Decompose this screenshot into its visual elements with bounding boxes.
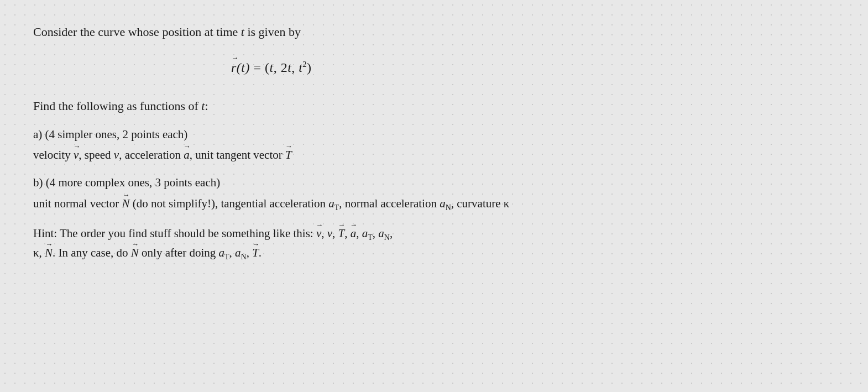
part-a-content: velocity v→, speed v, acceleration a→, u…: [33, 146, 509, 165]
hint-paragraph: Hint: The order you find stuff should be…: [33, 224, 509, 262]
part-a-label: a) (4 simpler ones, 2 points each): [33, 126, 509, 144]
find-prompt: Find the following as functions of t:: [33, 96, 509, 116]
main-content: Consider the curve whose position at tim…: [33, 22, 509, 262]
part-b-label: b) (4 more complex ones, 3 points each): [33, 174, 509, 192]
part-b-content: unit normal vector N→ (do not simplify!)…: [33, 195, 509, 213]
formula-display: r→(t) = (t, 2t, t2): [33, 57, 509, 78]
intro-paragraph: Consider the curve whose position at tim…: [33, 22, 509, 41]
